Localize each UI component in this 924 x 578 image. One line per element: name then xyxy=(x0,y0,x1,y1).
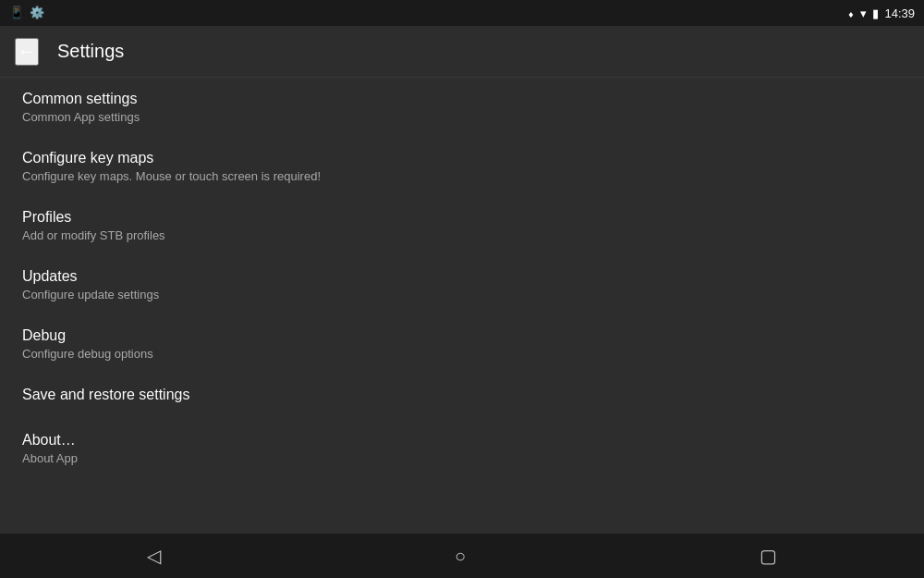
settings-item-configure-key-maps[interactable]: Configure key mapsConfigure key maps. Mo… xyxy=(0,137,924,196)
settings-item-save-restore[interactable]: Save and restore settings xyxy=(0,374,924,419)
settings-item-updates[interactable]: UpdatesConfigure update settings xyxy=(0,255,924,314)
settings-item-subtitle-common-settings: Common App settings xyxy=(22,110,902,124)
settings-item-subtitle-updates: Configure update settings xyxy=(22,288,902,301)
settings-item-debug[interactable]: DebugConfigure debug options xyxy=(0,314,924,374)
settings-item-title-save-restore: Save and restore settings xyxy=(22,387,902,403)
settings-item-title-common-settings: Common settings xyxy=(22,91,902,107)
bluetooth-icon: ⬧ xyxy=(847,6,855,20)
settings-item-subtitle-debug: Configure debug options xyxy=(22,347,902,361)
app-bar: ← Settings xyxy=(0,26,924,78)
settings-item-profiles[interactable]: ProfilesAdd or modify STB profiles xyxy=(0,196,924,255)
settings-item-subtitle-profiles: Add or modify STB profiles xyxy=(22,228,902,242)
settings-item-common-settings[interactable]: Common settingsCommon App settings xyxy=(0,78,924,137)
status-bar: 📱 ⚙️ ⬧ ▾ ▮ 14:39 xyxy=(0,0,924,26)
status-time: 14:39 xyxy=(884,6,915,20)
nav-back-icon[interactable]: ◁ xyxy=(147,545,161,567)
nav-recent-icon[interactable]: ▢ xyxy=(760,545,777,567)
wifi-icon: ▾ xyxy=(860,6,867,20)
settings-item-subtitle-about: About App xyxy=(22,451,902,465)
settings-item-title-about: About… xyxy=(22,432,902,449)
settings-item-about[interactable]: About…About App xyxy=(0,419,924,478)
status-bar-right: ⬧ ▾ ▮ 14:39 xyxy=(847,6,915,20)
battery-icon: ▮ xyxy=(872,6,879,20)
page-title: Settings xyxy=(57,41,124,62)
settings-item-title-configure-key-maps: Configure key maps xyxy=(22,150,902,166)
settings-item-title-profiles: Profiles xyxy=(22,209,902,226)
app-notification-icon-2: ⚙️ xyxy=(30,6,44,20)
settings-list: Common settingsCommon App settingsConfig… xyxy=(0,78,924,478)
back-button[interactable]: ← xyxy=(15,38,39,66)
settings-item-subtitle-configure-key-maps: Configure key maps. Mouse or touch scree… xyxy=(22,169,902,183)
settings-item-title-debug: Debug xyxy=(22,327,902,344)
status-bar-left: 📱 ⚙️ xyxy=(9,6,44,20)
nav-bar: ◁ ○ ▢ xyxy=(0,534,924,578)
settings-item-title-updates: Updates xyxy=(22,268,902,285)
app-notification-icon-1: 📱 xyxy=(9,6,24,20)
nav-home-icon[interactable]: ○ xyxy=(455,546,466,567)
